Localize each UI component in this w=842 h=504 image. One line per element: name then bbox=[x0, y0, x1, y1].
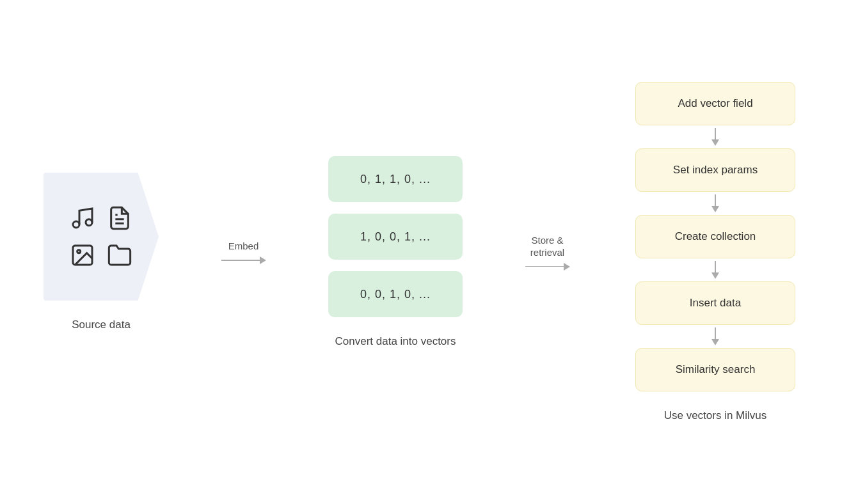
step-arrow-3 bbox=[711, 258, 719, 281]
image-icon bbox=[68, 241, 97, 269]
source-data-shape bbox=[44, 173, 159, 301]
store-arrow-group: Store &retrieval bbox=[525, 234, 570, 271]
store-label: Store &retrieval bbox=[530, 234, 564, 259]
diagram-container: Source data Embed 0, 1, 1, 0, ... 1, 0, … bbox=[37, 22, 805, 482]
step-arrow-head-4 bbox=[711, 339, 719, 345]
icons-grid bbox=[62, 198, 140, 276]
step-add-vector-field: Add vector field bbox=[635, 82, 795, 125]
step-arrow-head-3 bbox=[711, 272, 719, 279]
milvus-section: Add vector field Set index params Create… bbox=[626, 82, 805, 422]
step-arrow-1 bbox=[711, 125, 719, 148]
svg-point-0 bbox=[73, 221, 79, 228]
folder-icon bbox=[106, 241, 134, 269]
embed-arrow bbox=[221, 256, 266, 264]
step-arrow-head-1 bbox=[711, 139, 719, 146]
store-arrow-line bbox=[525, 266, 564, 267]
step-arrow-head-2 bbox=[711, 206, 719, 212]
embed-arrow-head bbox=[260, 256, 266, 264]
step-arrow-line-3 bbox=[715, 261, 716, 272]
embed-arrow-group: Embed bbox=[221, 240, 266, 264]
step-set-index-params: Set index params bbox=[635, 148, 795, 192]
milvus-label: Use vectors in Milvus bbox=[664, 409, 767, 422]
store-arrow-head bbox=[564, 263, 570, 271]
step-arrow-2 bbox=[711, 192, 719, 215]
step-arrow-4 bbox=[711, 325, 719, 348]
document-icon bbox=[106, 204, 134, 232]
step-arrow-line-2 bbox=[715, 194, 716, 206]
milvus-steps: Add vector field Set index params Create… bbox=[635, 82, 795, 391]
vectors-column: 0, 1, 1, 0, ... 1, 0, 0, 1, ... 0, 0, 1,… bbox=[328, 156, 463, 317]
step-similarity-search: Similarity search bbox=[635, 348, 795, 391]
step-create-collection: Create collection bbox=[635, 215, 795, 258]
source-data-label: Source data bbox=[72, 319, 131, 331]
store-arrow bbox=[525, 263, 570, 271]
vector-box-2: 1, 0, 0, 1, ... bbox=[328, 214, 463, 260]
step-insert-data: Insert data bbox=[635, 281, 795, 325]
music-icon bbox=[68, 204, 97, 232]
step-arrow-line-1 bbox=[715, 128, 716, 139]
embed-arrow-line bbox=[221, 260, 260, 261]
step-arrow-line-4 bbox=[715, 327, 716, 339]
svg-point-1 bbox=[86, 219, 92, 226]
vector-box-1: 0, 1, 1, 0, ... bbox=[328, 156, 463, 202]
svg-point-5 bbox=[77, 250, 81, 253]
embed-label: Embed bbox=[228, 240, 259, 253]
vectors-label: Convert data into vectors bbox=[335, 335, 456, 348]
vector-box-3: 0, 0, 1, 0, ... bbox=[328, 271, 463, 317]
source-data-section: Source data bbox=[37, 173, 165, 331]
vectors-section: 0, 1, 1, 0, ... 1, 0, 0, 1, ... 0, 0, 1,… bbox=[322, 156, 469, 348]
